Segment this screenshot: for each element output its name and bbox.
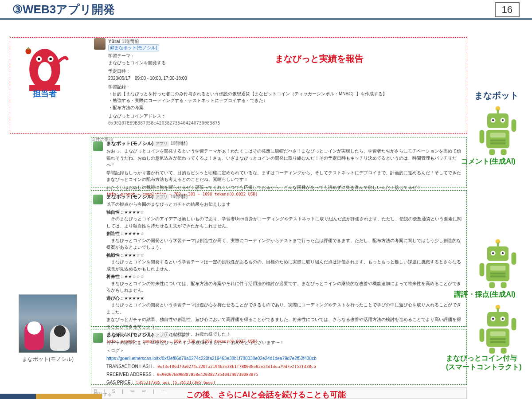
- svg-rect-35: [480, 263, 485, 277]
- page-number: 16: [495, 2, 520, 17]
- mention-chip[interactable]: @まなボット(モノシル): [108, 44, 159, 51]
- svg-rect-26: [487, 246, 509, 261]
- reply-comment: まなボット(モノシル)アプリ 1時間前 おおっ、まなびっとコインを開発するという…: [106, 140, 464, 199]
- manabot-photo-caption: まなボット(モノシル): [19, 356, 77, 363]
- svg-rect-18: [490, 140, 506, 141]
- annot-review: 講評・採点(生成AI): [454, 290, 516, 299]
- user-avatar: [94, 38, 106, 50]
- svg-point-44: [492, 318, 494, 320]
- post-author-line: Yūrai 1時間前: [108, 38, 139, 45]
- svg-rect-41: [487, 312, 509, 327]
- slide-title: ③WEB3アプリ開発: [12, 2, 115, 17]
- assignee-avatar: [20, 43, 69, 96]
- reply-review: まなボット(モノシル)アプリ 1時間前 以下の観点から今回のまなびっとガチャの結…: [106, 193, 464, 345]
- annot-coin: まなびっとコイン付与 (スマートコントラクト): [446, 354, 522, 372]
- annot-report: まなびっと実績を報告: [275, 53, 364, 65]
- robot-icon: [473, 104, 522, 157]
- bot-avatar: [93, 195, 103, 204]
- robot-icon: [473, 237, 522, 290]
- svg-rect-38: [501, 282, 507, 288]
- svg-rect-52: [489, 348, 495, 354]
- etherscan-link[interactable]: https://goerli.etherscan.io/tx/0xf3ef86d…: [106, 356, 317, 361]
- annot-continue: この後、さらにAIと会話を続けることも可能: [186, 389, 346, 399]
- svg-rect-40: [497, 308, 499, 312]
- svg-rect-46: [486, 329, 509, 347]
- svg-rect-16: [486, 130, 509, 148]
- manabot-label: まなボット: [474, 90, 519, 102]
- svg-rect-19: [490, 142, 506, 144]
- bot-avatar: [93, 333, 103, 343]
- svg-rect-11: [487, 113, 509, 128]
- svg-rect-25: [497, 243, 499, 246]
- svg-rect-36: [512, 252, 516, 265]
- svg-point-14: [492, 119, 494, 121]
- bot-avatar: [93, 141, 103, 151]
- svg-rect-20: [480, 130, 485, 144]
- svg-rect-22: [489, 149, 495, 155]
- svg-point-1: [38, 62, 52, 82]
- svg-point-4: [38, 58, 40, 60]
- svg-point-30: [502, 252, 504, 254]
- svg-rect-33: [490, 273, 506, 274]
- svg-rect-10: [497, 110, 499, 113]
- robot-icon: [473, 302, 522, 356]
- annot-comment: コメント(生成AI): [461, 157, 516, 166]
- svg-rect-50: [480, 329, 485, 342]
- svg-point-6: [49, 58, 51, 60]
- manabot-photo: [19, 294, 77, 353]
- svg-rect-32: [490, 266, 506, 270]
- svg-rect-53: [501, 348, 507, 354]
- svg-point-45: [502, 318, 504, 320]
- svg-rect-23: [501, 149, 507, 155]
- svg-rect-37: [489, 282, 495, 288]
- svg-rect-31: [486, 263, 509, 281]
- svg-rect-17: [490, 133, 506, 137]
- svg-rect-34: [490, 275, 506, 277]
- svg-rect-21: [512, 119, 516, 132]
- svg-rect-51: [512, 318, 516, 330]
- svg-rect-49: [490, 341, 506, 343]
- assignee-label: 担当者: [20, 88, 69, 99]
- footer-accent: [0, 394, 102, 399]
- svg-rect-48: [490, 338, 506, 340]
- svg-point-15: [502, 119, 504, 121]
- svg-rect-8: [28, 47, 29, 50]
- svg-point-29: [492, 252, 494, 254]
- svg-rect-47: [490, 331, 506, 336]
